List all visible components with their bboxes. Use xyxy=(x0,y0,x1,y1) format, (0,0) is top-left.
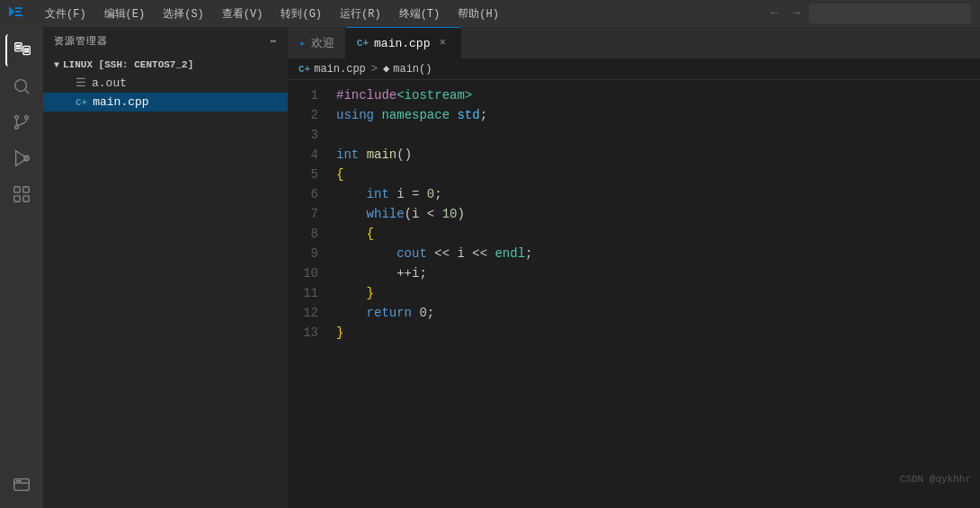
file-item-aout[interactable]: ☰ a.out xyxy=(43,73,288,93)
code-line xyxy=(336,125,980,145)
line-number: 3 xyxy=(288,125,318,145)
svg-rect-5 xyxy=(25,51,29,52)
menu-help[interactable]: 帮助(H) xyxy=(450,4,506,23)
activity-bar xyxy=(0,27,43,508)
svg-point-6 xyxy=(15,80,27,92)
line-number: 7 xyxy=(288,204,318,224)
svg-rect-1 xyxy=(17,46,21,47)
search-input[interactable] xyxy=(809,4,971,23)
svg-point-9 xyxy=(25,116,29,120)
svg-rect-16 xyxy=(14,196,20,201)
breadcrumb-file: main.cpp xyxy=(314,63,366,76)
watermark: CSDN @qykhhr xyxy=(900,474,971,485)
menu-bar: 文件(F) 编辑(E) 选择(S) 查看(V) 转到(G) 运行(R) 终端(T… xyxy=(38,4,506,23)
menu-terminal[interactable]: 终端(T) xyxy=(392,4,448,23)
svg-point-8 xyxy=(15,116,19,120)
line-numbers: 12345678910111213 xyxy=(288,84,333,504)
editor-area: ✦ 欢迎 C+ main.cpp × C+ main.cpp > ◆ main(… xyxy=(288,27,980,508)
main-layout: 资源管理器 ⋯ ▼ LINUX [SSH: CENTOS7_2] ☰ a.out… xyxy=(0,27,980,508)
tab-welcome-label: 欢迎 xyxy=(311,35,334,51)
breadcrumb-file-icon: C+ xyxy=(298,64,310,75)
svg-rect-2 xyxy=(17,48,21,49)
explorer-section: ▼ LINUX [SSH: CENTOS7_2] ☰ a.out C+ main… xyxy=(43,55,288,113)
vscode-logo-icon xyxy=(9,4,23,23)
breadcrumb-function: main() xyxy=(393,63,432,76)
cpp-tab-icon: C+ xyxy=(357,38,369,49)
tab-maincpp-label: main.cpp xyxy=(374,37,430,50)
line-number: 4 xyxy=(288,145,318,165)
code-editor[interactable]: 12345678910111213 #include<iostream>usin… xyxy=(288,80,980,508)
code-line: using namespace std; xyxy=(336,105,980,125)
code-line: } xyxy=(336,323,980,343)
line-number: 11 xyxy=(288,283,318,303)
code-line: return 0; xyxy=(336,303,980,323)
activity-git-icon[interactable] xyxy=(5,106,38,138)
code-content[interactable]: #include<iostream>using namespace std;in… xyxy=(333,84,980,504)
svg-rect-3 xyxy=(23,46,30,54)
sidebar-more-icon[interactable]: ⋯ xyxy=(270,35,277,47)
file-aout-label: a.out xyxy=(92,76,127,90)
breadcrumb-sep-icon: > xyxy=(371,63,378,76)
tab-maincpp[interactable]: C+ main.cpp × xyxy=(346,27,462,58)
tab-bar: ✦ 欢迎 C+ main.cpp × xyxy=(288,27,980,58)
tab-welcome[interactable]: ✦ 欢迎 xyxy=(288,27,346,58)
svg-rect-15 xyxy=(23,187,29,192)
titlebar: 文件(F) 编辑(E) 选择(S) 查看(V) 转到(G) 运行(R) 终端(T… xyxy=(0,0,980,27)
code-line: { xyxy=(336,165,980,184)
activity-search-icon[interactable] xyxy=(5,70,38,102)
code-line: cout << i << endl; xyxy=(336,244,980,263)
svg-rect-17 xyxy=(23,196,29,201)
tab-close-icon[interactable]: × xyxy=(435,36,450,50)
explorer-root[interactable]: ▼ LINUX [SSH: CENTOS7_2] xyxy=(43,57,288,73)
forward-arrow-icon[interactable]: → xyxy=(788,4,806,23)
svg-point-10 xyxy=(15,126,19,129)
svg-point-21 xyxy=(19,480,20,481)
line-number: 9 xyxy=(288,244,318,263)
activity-debug-icon[interactable] xyxy=(5,142,38,174)
sidebar: 资源管理器 ⋯ ▼ LINUX [SSH: CENTOS7_2] ☰ a.out… xyxy=(43,27,288,508)
code-line: ++i; xyxy=(336,263,980,283)
line-number: 8 xyxy=(288,224,318,244)
svg-rect-0 xyxy=(15,43,22,51)
svg-rect-14 xyxy=(14,187,20,192)
activity-remote-icon[interactable] xyxy=(5,468,38,501)
nav-arrows: ← → xyxy=(765,4,971,23)
line-number: 2 xyxy=(288,105,318,125)
menu-run[interactable]: 运行(R) xyxy=(333,4,388,23)
code-line: #include<iostream> xyxy=(336,85,980,105)
vscode-tab-icon: ✦ xyxy=(298,36,306,50)
activity-files-icon[interactable] xyxy=(5,34,38,67)
svg-marker-12 xyxy=(16,151,28,166)
line-number: 12 xyxy=(288,303,318,323)
sidebar-title: 资源管理器 xyxy=(54,34,108,48)
line-number: 6 xyxy=(288,184,318,204)
svg-line-7 xyxy=(25,90,29,94)
code-line: int i = 0; xyxy=(336,184,980,204)
menu-select[interactable]: 选择(S) xyxy=(156,4,211,23)
line-number: 1 xyxy=(288,85,318,105)
file-cpp-icon: C+ xyxy=(76,97,87,108)
chevron-down-icon: ▼ xyxy=(54,60,59,70)
code-line: while(i < 10) xyxy=(336,204,980,224)
file-maincpp-label: main.cpp xyxy=(93,95,148,109)
line-number: 10 xyxy=(288,263,318,283)
breadcrumb-fn-icon: ◆ xyxy=(383,62,389,76)
root-label: LINUX [SSH: CENTOS7_2] xyxy=(63,59,193,70)
svg-rect-4 xyxy=(25,49,29,49)
svg-point-20 xyxy=(17,480,18,481)
code-line: { xyxy=(336,224,980,244)
menu-view[interactable]: 查看(V) xyxy=(215,4,271,23)
line-number: 5 xyxy=(288,165,318,184)
breadcrumb: C+ main.cpp > ◆ main() xyxy=(288,58,980,80)
sidebar-header: 资源管理器 ⋯ xyxy=(43,27,288,55)
file-item-maincpp[interactable]: C+ main.cpp xyxy=(43,93,288,111)
menu-goto[interactable]: 转到(G) xyxy=(273,4,329,23)
code-line: } xyxy=(336,283,980,303)
code-line: int main() xyxy=(336,145,980,165)
line-number: 13 xyxy=(288,323,318,343)
back-arrow-icon[interactable]: ← xyxy=(765,4,783,23)
menu-file[interactable]: 文件(F) xyxy=(38,4,94,23)
menu-edit[interactable]: 编辑(E) xyxy=(97,4,153,23)
file-output-icon: ☰ xyxy=(76,76,86,90)
activity-extensions-icon[interactable] xyxy=(5,178,38,210)
